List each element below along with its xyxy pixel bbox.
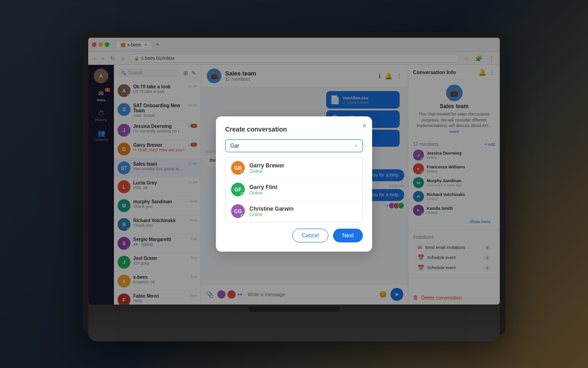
create-conversation-modal: Create conversation × × GB Garry Brewer … [216,116,372,252]
christine-garwin-info: Christine Garwin Online [249,206,294,217]
modal-search-wrap[interactable]: × [225,139,363,152]
cancel-button[interactable]: Cancel [292,229,328,242]
modal-results-list: GB Garry Brewer Online GF Garry Flint On… [225,157,363,222]
modal-clear-button[interactable]: × [355,143,358,149]
garry-brewer-name: Garry Brewer [249,162,284,169]
garry-brewer-online-dot [241,171,245,175]
modal-search-input[interactable] [230,143,355,149]
garry-flint-avatar: GF [231,183,245,196]
garry-flint-online-dot [241,192,245,196]
garry-flint-name: Garry Flint [249,184,277,190]
garry-brewer-info: Garry Brewer Online [249,162,284,174]
christine-garwin-name: Christine Garwin [249,206,294,212]
christine-garwin-online-dot [241,214,245,218]
garry-flint-status: Online [249,190,277,196]
modal-actions: Cancel Next [225,229,363,242]
modal-result-garry-brewer[interactable]: GB Garry Brewer Online [226,157,362,179]
garry-brewer-avatar: GB [231,161,245,175]
christine-garwin-status: Online [249,212,294,217]
modal-title: Create conversation [225,126,363,133]
garry-brewer-status: Online [249,169,284,174]
modal-overlay: Create conversation × × GB Garry Brewer … [0,0,588,368]
modal-close-button[interactable]: × [362,122,367,130]
modal-result-christine-garwin[interactable]: CG Christine Garwin Online [226,201,362,222]
next-button[interactable]: Next [333,229,363,242]
garry-flint-info: Garry Flint Online [249,184,277,196]
modal-result-garry-flint[interactable]: GF Garry Flint Online [226,179,362,201]
christine-garwin-avatar: CG [231,204,245,218]
